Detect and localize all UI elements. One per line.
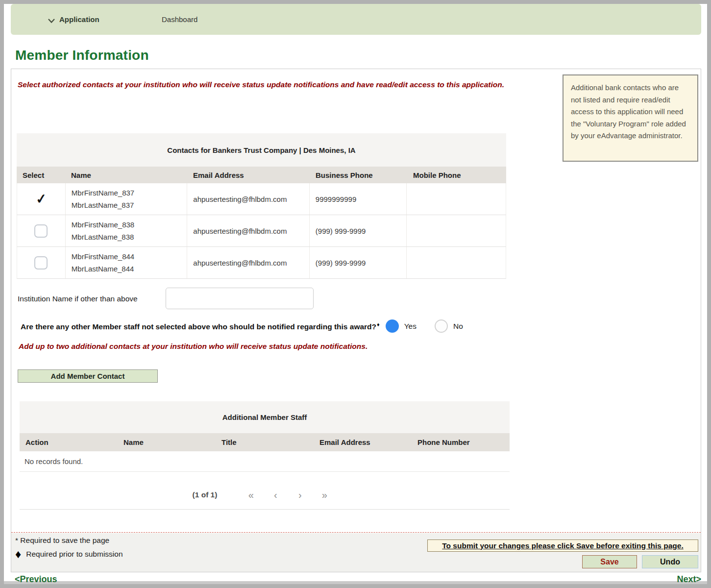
- col-header-title: Title: [216, 433, 314, 451]
- contact-first-name: MbrFirstName_844: [72, 250, 134, 263]
- nav-dashboard[interactable]: Dashboard: [162, 4, 197, 35]
- contact-select-cell: [17, 247, 66, 278]
- contact-name-cell: MbrFirstName_838 MbrLastName_838: [66, 215, 188, 246]
- contact-business-phone-cell: (999) 999-9999: [310, 215, 407, 246]
- staff-table-title: Additional Member Staff: [20, 401, 510, 433]
- pagination-next-icon[interactable]: ›: [288, 490, 312, 501]
- pagination: (1 of 1) « ‹ › »: [20, 481, 510, 509]
- no-records-message: No records found.: [20, 451, 510, 472]
- contacts-table: Contacts for Bankers Trust Company | Des…: [17, 133, 506, 279]
- institution-name-input[interactable]: [166, 288, 314, 309]
- save-button[interactable]: Save: [582, 555, 637, 568]
- add-contacts-instruction-text: Add up to two additional contacts at you…: [19, 342, 509, 351]
- radio-no-label: No: [453, 322, 463, 331]
- staff-table-header: Action Name Title Email Address Phone Nu…: [20, 433, 510, 451]
- contact-email-cell: ahpusertesting@fhlbdm.com: [187, 183, 310, 215]
- col-header-email: Email Address: [187, 167, 310, 183]
- notify-question-row: Are there any other Member staff not sel…: [21, 319, 463, 333]
- col-header-name: Name: [65, 167, 187, 183]
- pagination-first-icon[interactable]: «: [239, 490, 263, 501]
- unchecked-checkbox[interactable]: [34, 256, 48, 270]
- contact-mobile-phone-cell: [407, 215, 506, 246]
- col-header-name: Name: [118, 433, 216, 451]
- nav-dashboard-label: Dashboard: [162, 15, 197, 24]
- nav-application-label: Application: [59, 15, 99, 24]
- contact-select-cell: ✓: [17, 183, 66, 215]
- contact-row: MbrFirstName_844 MbrLastName_844 ahpuser…: [17, 247, 506, 279]
- intro-instruction-text: Select authorized contacts at your insti…: [18, 78, 522, 91]
- contact-mobile-phone-cell: [407, 247, 506, 278]
- contact-select-cell: [17, 215, 66, 246]
- undo-button[interactable]: Undo: [642, 555, 698, 568]
- chevron-down-icon: [48, 17, 55, 22]
- contact-name-cell: MbrFirstName_844 MbrLastName_844: [66, 247, 188, 278]
- contact-last-name: MbrLastName_837: [72, 199, 134, 211]
- submit-notice-box: To submit your changes please click Save…: [427, 539, 698, 552]
- required-submit-note: ♦ Required prior to submission: [15, 549, 123, 559]
- additional-member-staff-table: Additional Member Staff Action Name Titl…: [20, 401, 510, 510]
- col-header-business-phone: Business Phone: [310, 167, 407, 183]
- next-page-link[interactable]: Next>: [677, 574, 701, 585]
- required-diamond-icon: ♦: [377, 321, 380, 327]
- contact-business-phone-cell: 9999999999: [310, 183, 407, 215]
- contact-business-phone-cell: (999) 999-9999: [310, 247, 407, 278]
- contact-name-cell: MbrFirstName_837 MbrLastName_837: [66, 183, 188, 215]
- side-note-box: Additional bank contacts who are not lis…: [563, 74, 698, 162]
- nav-application[interactable]: Application: [48, 4, 99, 35]
- pagination-page-label: (1 of 1): [193, 490, 218, 499]
- contact-row: ✓ MbrFirstName_837 MbrLastName_837 ahpus…: [17, 183, 506, 215]
- contacts-table-title: Contacts for Bankers Trust Company | Des…: [17, 133, 506, 167]
- col-header-select: Select: [17, 167, 65, 183]
- radio-yes-label: Yes: [404, 322, 417, 331]
- col-header-phone: Phone Number: [412, 433, 510, 451]
- footer-dashed-divider: [11, 532, 701, 533]
- col-header-action: Action: [20, 433, 118, 451]
- required-save-note: * Required to save the page: [15, 536, 109, 545]
- col-header-mobile-phone: Mobile Phone: [407, 167, 506, 183]
- contact-mobile-phone-cell: [407, 183, 506, 215]
- contact-first-name: MbrFirstName_838: [72, 219, 134, 231]
- unchecked-checkbox[interactable]: [34, 224, 48, 238]
- page-title: Member Information: [15, 48, 149, 63]
- contact-row: MbrFirstName_838 MbrLastName_838 ahpuser…: [17, 215, 506, 247]
- contacts-table-header: Select Name Email Address Business Phone…: [17, 167, 506, 183]
- notify-question-text: Are there any other Member staff not sel…: [21, 321, 380, 331]
- pagination-prev-icon[interactable]: ‹: [263, 490, 288, 501]
- contact-email-cell: ahpusertesting@fhlbdm.com: [187, 247, 310, 278]
- col-header-email: Email Address: [314, 433, 412, 451]
- add-member-contact-button[interactable]: Add Member Contact: [18, 369, 158, 383]
- contact-first-name: MbrFirstName_837: [72, 187, 134, 199]
- radio-no[interactable]: [435, 319, 448, 333]
- contact-email-cell: ahpusertesting@fhlbdm.com: [187, 215, 310, 246]
- diamond-icon: ♦: [15, 549, 21, 559]
- pagination-last-icon[interactable]: »: [312, 490, 337, 501]
- checked-checkbox-icon[interactable]: ✓: [35, 191, 48, 207]
- institution-name-label: Institution Name if other than above: [18, 294, 138, 303]
- radio-yes[interactable]: [386, 319, 399, 333]
- previous-page-link[interactable]: <Previous: [15, 574, 57, 585]
- required-submit-text: Required prior to submission: [26, 550, 123, 559]
- top-menu-bar: Application Dashboard: [11, 4, 701, 35]
- contact-last-name: MbrLastName_844: [72, 263, 134, 275]
- bottom-strip: [4, 581, 707, 585]
- contact-last-name: MbrLastName_838: [72, 231, 134, 243]
- footer-bar: * Required to save the page ♦ Required p…: [11, 533, 701, 572]
